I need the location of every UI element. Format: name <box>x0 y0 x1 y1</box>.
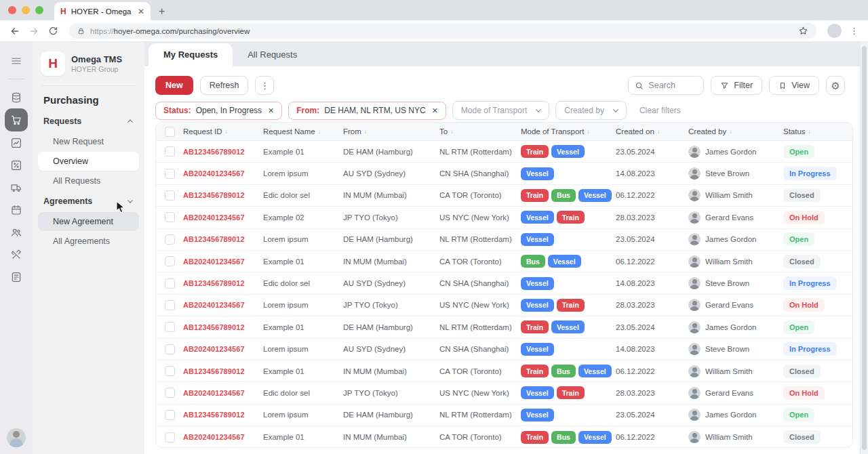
table-row[interactable]: AB123456789012Edic dolor selAU SYD (Sydn… <box>156 272 852 294</box>
remove-chip-icon[interactable]: ✕ <box>268 106 274 115</box>
select-all-checkbox[interactable] <box>165 127 175 137</box>
request-id-link[interactable]: AB202401234567 <box>183 433 263 441</box>
sidebar-item-overview[interactable]: Overview <box>38 152 139 171</box>
row-checkbox[interactable] <box>165 278 175 289</box>
browser-profile-avatar[interactable] <box>827 24 842 38</box>
filter-chip-status[interactable]: Status: Open, In Progress ✕ <box>155 102 282 120</box>
browser-menu-icon[interactable]: ⋮ <box>847 26 861 36</box>
row-checkbox[interactable] <box>165 344 175 354</box>
mode-of-transport-dropdown[interactable]: Mode of Transport <box>452 101 549 120</box>
request-id-link[interactable]: AB123456789012 <box>183 411 263 419</box>
filter-button[interactable]: Filter <box>711 76 762 95</box>
window-controls[interactable] <box>0 0 54 20</box>
more-actions-button[interactable]: ⋮ <box>255 76 274 95</box>
column-header-to[interactable]: To↓ <box>439 127 521 136</box>
row-checkbox[interactable] <box>165 322 175 332</box>
remove-chip-icon[interactable]: ✕ <box>432 106 438 115</box>
cart-icon[interactable] <box>5 108 28 131</box>
tab-all-requests[interactable]: All Requests <box>233 43 312 66</box>
browser-tab[interactable]: H HOYER - Omega ✕ <box>54 2 151 20</box>
column-header-mode-of-transport[interactable]: Mode of Transport↓ <box>521 127 616 136</box>
settings-button[interactable]: ⚙ <box>826 76 845 95</box>
request-id-link[interactable]: AB123456789012 <box>183 191 263 199</box>
table-row[interactable]: AB202401234567Example 01IN MUM (Mumbai)C… <box>156 251 852 272</box>
row-checkbox[interactable] <box>165 234 175 245</box>
request-id-link[interactable]: AB123456789012 <box>183 323 263 331</box>
table-row[interactable]: AB123456789012Edic dolor selIN MUM (Mumb… <box>156 185 852 207</box>
request-id-link[interactable]: AB123456789012 <box>183 235 263 243</box>
row-checkbox[interactable] <box>165 432 175 442</box>
table-row[interactable]: AB123456789012Example 01DE HAM (Hamburg)… <box>156 141 852 163</box>
table-row[interactable]: AB123456789012Example 01DE HAM (Hamburg)… <box>156 316 852 338</box>
url-field[interactable]: https://hoyer-omega.com/purchasing/overv… <box>69 23 816 39</box>
sidebar-item-all-agreements[interactable]: All Agreements <box>38 232 139 251</box>
analytics-icon[interactable] <box>5 131 28 154</box>
reload-icon[interactable] <box>45 23 61 39</box>
clear-filters-link[interactable]: Clear filters <box>639 106 681 115</box>
row-checkbox[interactable] <box>165 388 175 398</box>
request-id-link[interactable]: AB202401234567 <box>183 169 263 178</box>
truck-icon[interactable] <box>5 176 28 199</box>
new-tab-button[interactable]: + <box>151 5 173 20</box>
column-header-status[interactable]: Status↓ <box>783 127 852 136</box>
row-checkbox[interactable] <box>165 256 175 266</box>
new-button[interactable]: New <box>155 76 193 95</box>
request-id-link[interactable]: AB123456789012 <box>183 367 263 375</box>
table-row[interactable]: AB202401234567Example 02JP TYO (Tokyo)US… <box>156 207 852 228</box>
column-header-request-id[interactable]: Request ID↓ <box>183 127 263 136</box>
nav-group-requests[interactable]: Requests <box>33 111 144 131</box>
request-id-link[interactable]: AB123456789012 <box>183 148 263 156</box>
user-avatar[interactable] <box>7 428 26 447</box>
notes-icon[interactable] <box>5 266 28 288</box>
request-id-link[interactable]: AB202401234567 <box>183 389 263 397</box>
table-row[interactable]: AB202401234567Lorem ipsumAU SYD (Sydney)… <box>156 163 852 184</box>
discounts-icon[interactable] <box>5 154 28 176</box>
column-header-from[interactable]: From↓ <box>343 127 439 136</box>
table-row[interactable]: AB123456789012Example 01IN MUM (Mumbai)C… <box>156 360 852 382</box>
forward-icon[interactable] <box>26 23 42 39</box>
filter-chip-from[interactable]: From: DE HAM, NL RTM, US NYC ✕ <box>288 102 446 120</box>
page-scrollbar[interactable] <box>860 42 868 454</box>
table-row[interactable]: AB202401234567Lorem ipsumJP TYO (Tokyo)U… <box>156 295 852 316</box>
table-row[interactable]: AB123456789012Lorem ipsumDE HAM (Hamburg… <box>156 229 852 251</box>
request-id-link[interactable]: AB202401234567 <box>183 345 263 353</box>
tab-my-requests[interactable]: My Requests <box>149 43 233 66</box>
partners-icon[interactable] <box>5 221 28 243</box>
tools-icon[interactable] <box>5 243 28 266</box>
row-checkbox[interactable] <box>165 212 175 222</box>
modules-icon[interactable] <box>5 86 28 108</box>
created-by-dropdown[interactable]: Created by <box>555 101 627 120</box>
row-checkbox[interactable] <box>165 169 175 179</box>
sidebar-item-new-request[interactable]: New Request <box>38 132 139 151</box>
bookmark-star-icon[interactable] <box>798 26 808 36</box>
row-checkbox[interactable] <box>165 366 175 376</box>
calendar-icon[interactable] <box>5 199 28 221</box>
row-checkbox[interactable] <box>165 190 175 201</box>
refresh-button[interactable]: Refresh <box>200 76 249 95</box>
request-id-link[interactable]: AB202401234567 <box>183 213 263 222</box>
sidebar-item-all-requests[interactable]: All Requests <box>38 171 139 190</box>
row-checkbox[interactable] <box>165 410 175 420</box>
nav-group-agreements[interactable]: Agreements <box>33 191 144 211</box>
minimize-window-button[interactable] <box>22 6 30 14</box>
column-header-request-name[interactable]: Request Name↓ <box>263 127 343 136</box>
request-id-link[interactable]: AB202401234567 <box>183 301 263 309</box>
search-input[interactable] <box>648 81 696 90</box>
table-row[interactable]: AB202401234567Lorem ipsumAU SYD (Sydney)… <box>156 339 852 360</box>
back-icon[interactable] <box>7 23 23 39</box>
column-header-created-on[interactable]: Created on↓ <box>616 127 688 136</box>
request-id-link[interactable]: AB123456789012 <box>183 279 263 287</box>
table-row[interactable]: AB202401234567Example 01IN MUM (Mumbai)C… <box>156 426 852 448</box>
close-window-button[interactable] <box>8 6 16 14</box>
table-row[interactable]: AB123456789012Lorem ipsumDE HAM (Hamburg… <box>156 405 852 426</box>
search-input-wrapper[interactable] <box>628 76 704 95</box>
scrollbar-thumb[interactable] <box>862 46 867 450</box>
menu-icon[interactable] <box>5 49 28 72</box>
column-header-created-by[interactable]: Created by↓ <box>688 127 783 136</box>
close-tab-icon[interactable]: ✕ <box>138 7 144 16</box>
maximize-window-button[interactable] <box>35 6 43 14</box>
view-button[interactable]: View <box>769 76 819 95</box>
row-checkbox[interactable] <box>165 300 175 310</box>
row-checkbox[interactable] <box>165 146 175 157</box>
table-row[interactable]: AB202401234567Edic dolor selJP TYO (Toky… <box>156 382 852 404</box>
